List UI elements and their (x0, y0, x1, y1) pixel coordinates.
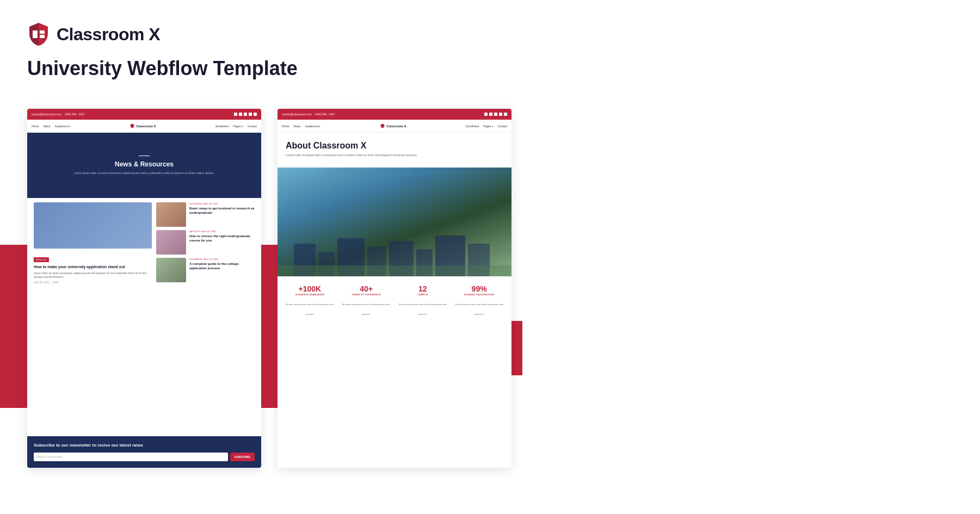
about-social-4 (499, 113, 502, 116)
about-social-5 (504, 113, 507, 116)
news-card-container: contact@classroom.com (494) 850 - 0417 H… (27, 109, 261, 468)
about-nav-contact: Contact (498, 125, 507, 128)
news-mini-brand-name: Classroom X (136, 125, 156, 128)
about-nav-home: Home (282, 125, 289, 128)
stat-value-0: +100K (283, 284, 337, 293)
news-list-col: EDUCATION • AUG 23, 2022 Basic steps to … (156, 202, 255, 284)
news-nav-home: Home (32, 125, 39, 128)
brand-logo: Classroom X (27, 22, 298, 47)
stat-desc-1: Sit amet massa vitae tortor condi lacini… (342, 303, 391, 315)
news-nav-links: Home About Academics ▾ (32, 125, 70, 128)
news-navbar: Home About Academics ▾ Classroom X Enrol… (27, 120, 261, 133)
stat-value-3: 99% (452, 284, 506, 293)
news-list-title-1: How to choose the right undergraduate co… (189, 234, 255, 243)
news-list-text-1: ARTICLES • AUG 25, 2022 How to choose th… (189, 230, 255, 243)
news-list-img-2 (156, 258, 186, 282)
social-icon-2 (239, 113, 242, 116)
social-icon-3 (244, 113, 247, 116)
about-card-container: contact@classroom.com (494) 850 - 0417 H… (278, 109, 511, 468)
social-icon-1 (234, 113, 237, 116)
about-social-3 (494, 113, 497, 116)
about-nav-academics: Academics ▾ (305, 125, 320, 128)
stat-item-0: +100K STUDENTS GRADUATED Sit amet massa … (283, 284, 337, 317)
svg-rect-11 (278, 265, 511, 276)
about-page-desc: Lacinia nulla ut volutpat diam ut venena… (286, 153, 503, 163)
news-list-text-0: EDUCATION • AUG 23, 2022 Basic steps to … (189, 202, 255, 215)
news-mini-brand: Classroom X (130, 123, 156, 128)
news-featured-col: ARTICLES How to make your university app… (34, 202, 152, 284)
news-featured-desc: Ipsum dolor sit amet consectetur adipisc… (34, 271, 152, 279)
stat-item-2: 12 CAMPUS Sit amet massa vitae tortor co… (396, 284, 450, 317)
about-social-2 (489, 113, 492, 116)
about-building-image (278, 168, 511, 276)
about-nav-enrollment: Enrollment (466, 125, 479, 128)
about-navbar: Home About Academics ▾ Classroom X Enrol… (278, 120, 511, 133)
stat-desc-3: Sit amet massa vitae tortor condi lacini… (455, 303, 503, 315)
stat-item-1: 40+ YEARS OF EXPERIENCE Sit amet massa v… (340, 284, 393, 317)
stat-label-2: CAMPUS (396, 293, 450, 296)
news-featured-readtime: 5 MIN (52, 281, 59, 284)
stat-value-1: 40+ (340, 284, 393, 293)
news-newsletter-placeholder: ENTER YOUR EMAIL (36, 455, 63, 459)
news-list-item-0: EDUCATION • AUG 23, 2022 Basic steps to … (156, 202, 255, 227)
stat-item-3: 99% STUDENT SATISFACTION Sit amet massa … (452, 284, 506, 317)
svg-rect-1 (40, 30, 45, 34)
about-topbar-icons (484, 113, 507, 116)
news-nav-enrollment: Enrollment (215, 125, 229, 128)
news-newsletter-input-display: ENTER YOUR EMAIL (34, 453, 228, 461)
news-topbar: contact@classroom.com (494) 850 - 0417 (27, 109, 261, 120)
news-header-divider (139, 156, 150, 156)
about-nav-about: About (293, 125, 300, 128)
news-newsletter-form: ENTER YOUR EMAIL SUBSCRIBE (34, 453, 255, 461)
news-list-item-2: EDUCATION • AUG 18, 2022 A complete guid… (156, 258, 255, 282)
about-topbar-left: contact@classroom.com (494) 850 - 0417 (282, 113, 335, 116)
news-list-text-2: EDUCATION • AUG 18, 2022 A complete guid… (189, 258, 255, 271)
news-articles-area: ARTICLES How to make your university app… (27, 202, 261, 284)
news-featured-date: AUG 25, 2022 (34, 281, 50, 284)
news-topbar-icons (234, 113, 257, 116)
news-list-img-0 (156, 202, 186, 227)
about-topbar-email: contact@classroom.com (282, 113, 312, 116)
about-nav-right: Enrollment Pages ▾ Contact (466, 125, 507, 128)
news-nav-contact: Contact (248, 125, 257, 128)
svg-rect-0 (33, 30, 38, 38)
news-list-img-1 (156, 230, 186, 255)
news-page-title: News & Resources (115, 160, 174, 168)
news-newsletter-title: Subscribe to our newsletter to recive ou… (34, 443, 255, 448)
stat-label-3: STUDENT SATISFACTION (452, 293, 506, 296)
tagline-text: University Webflow Template (27, 57, 298, 80)
social-icon-5 (254, 113, 257, 116)
news-list-category-1: ARTICLES • AUG 25, 2022 (189, 230, 255, 233)
brand-name-text: Classroom X (57, 24, 160, 45)
news-featured-image (34, 202, 152, 249)
news-nav-about: About (43, 125, 50, 128)
stat-label-1: YEARS OF EXPERIENCE (340, 293, 393, 296)
news-list-category-0: EDUCATION • AUG 23, 2022 (189, 202, 255, 205)
shield-icon (27, 22, 50, 47)
about-mini-brand-name: Classroom X (386, 125, 406, 128)
about-topbar: contact@classroom.com (494) 850 - 0417 (278, 109, 511, 120)
news-newsletter-button: SUBSCRIBE (230, 453, 255, 461)
header-block: Classroom X University Webflow Template (27, 22, 298, 80)
about-nav-links: Home About Academics ▾ (282, 125, 320, 128)
news-mini-logo (130, 123, 134, 128)
about-social-1 (484, 113, 488, 116)
social-icon-4 (249, 113, 252, 116)
stat-desc-2: Sit amet massa vitae tortor condi lacini… (398, 303, 447, 315)
stat-desc-0: Sit amet massa vitae tortor condi lacini… (286, 303, 334, 315)
news-topbar-left: contact@classroom.com (494) 850 - 0417 (32, 113, 85, 116)
news-list-category-2: EDUCATION • AUG 18, 2022 (189, 258, 255, 261)
featured-img-laptop (34, 202, 152, 249)
about-content-header: About Classroom X Lacinia nulla ut volut… (278, 133, 511, 168)
news-list-title-0: Basic steps to get involved in research … (189, 207, 255, 215)
about-stats-row: +100K STUDENTS GRADUATED Sit amet massa … (278, 276, 511, 325)
about-nav-pages: Pages ▾ (483, 125, 494, 128)
stat-label-0: STUDENTS GRADUATED (283, 293, 337, 296)
about-topbar-phone: (494) 850 - 0417 (315, 113, 335, 116)
news-newsletter-section: Subscribe to our newsletter to recive ou… (27, 436, 261, 468)
news-list-item-1: ARTICLES • AUG 25, 2022 How to choose th… (156, 230, 255, 255)
about-mini-brand: Classroom X (380, 123, 406, 128)
about-mini-logo (380, 123, 385, 128)
about-page-title: About Classroom X (286, 141, 503, 153)
news-nav-right: Enrollment Pages ▾ Contact (215, 125, 257, 128)
